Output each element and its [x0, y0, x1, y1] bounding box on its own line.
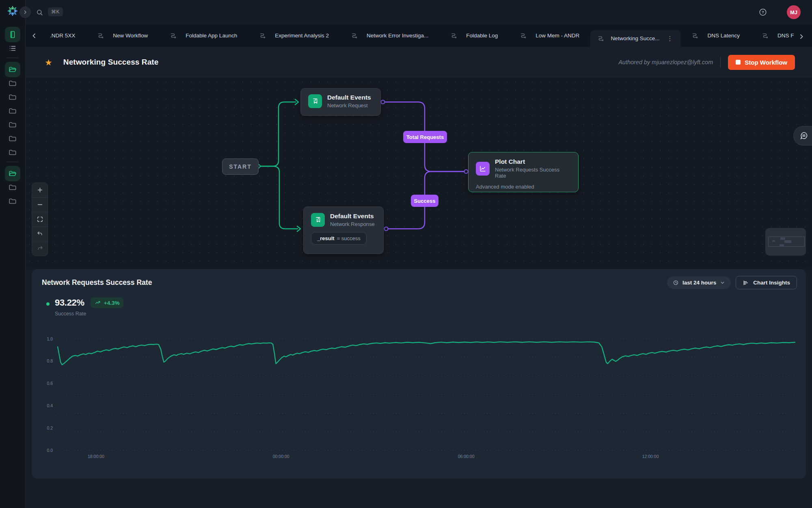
bookmark-icon [311, 213, 325, 227]
request-output-port [381, 100, 385, 104]
workflow-icon [259, 32, 266, 39]
tab-label: .NDR 5XX [50, 33, 75, 39]
node-default-events-response[interactable]: Default Events Network Response _result … [303, 206, 384, 254]
sidebar-item-folder-open-3[interactable] [5, 62, 20, 77]
tab-networking-succe[interactable]: Networking Succe...⋮ [590, 30, 680, 47]
node-default-events-request[interactable]: Default Events Network Request [300, 88, 381, 116]
tab-label: Networking Succe... [611, 35, 659, 41]
trend-up-icon [95, 300, 101, 306]
folder-icon [8, 134, 17, 143]
svg-text:0.0: 0.0 [47, 448, 53, 453]
workflow-icon [597, 35, 604, 42]
workflow-icon [520, 32, 527, 39]
avatar[interactable]: MJ [787, 5, 801, 19]
chevron-down-icon [720, 280, 725, 285]
svg-text:1.0: 1.0 [47, 336, 53, 341]
sidebar-item-folder-9[interactable] [5, 145, 20, 160]
tab-experiment-analysis-2[interactable]: Experiment Analysis 2 [248, 24, 340, 47]
tabs-scroll-left-icon[interactable] [29, 31, 39, 41]
svg-text:0.2: 0.2 [47, 426, 53, 430]
zoom-in-button[interactable] [32, 183, 48, 198]
node-subtitle: Network Request [327, 102, 371, 109]
node-title: Default Events [330, 213, 375, 220]
workflow-icon [97, 32, 104, 39]
sidebar-item-list-1[interactable] [5, 41, 20, 56]
folder-icon [8, 197, 17, 206]
folder-icon [8, 79, 17, 88]
stop-workflow-button[interactable]: Stop Workflow [728, 55, 795, 70]
undo-button[interactable] [32, 227, 48, 241]
tab-dns-latency[interactable]: DNS Latency [680, 24, 751, 47]
sidebar-item-folder-4[interactable] [5, 76, 20, 91]
tab-ndr-5xx[interactable]: .NDR 5XX [39, 24, 86, 47]
workflow-icon [170, 32, 177, 39]
sidebar-rail [0, 0, 26, 508]
tab-low-mem-andr[interactable]: Low Mem - ANDR [509, 24, 590, 47]
folder-icon [8, 93, 17, 102]
plot-input-port [464, 170, 468, 174]
workflow-icon [351, 32, 358, 39]
sidebar-item-device-0[interactable] [5, 27, 20, 42]
help-icon[interactable]: ? [758, 8, 767, 17]
tab-menu-icon[interactable]: ⋮ [666, 35, 674, 42]
stat-value: 93.22% [55, 297, 84, 308]
tab-dns-f[interactable]: DNS F [751, 24, 794, 47]
edge-label-success[interactable]: Success [411, 195, 438, 207]
node-title: Plot Chart [495, 158, 571, 165]
tab-foldable-app-launch[interactable]: Foldable App Launch [159, 24, 248, 47]
stat-label: Success Rate [55, 311, 123, 317]
delta-badge: +4.3% [91, 297, 124, 308]
rail-divider [6, 162, 19, 162]
tab-new-workflow[interactable]: New Workflow [86, 24, 159, 47]
rail-divider [6, 58, 19, 58]
sidebar-item-folder-7[interactable] [5, 117, 20, 132]
chart-line-icon [476, 162, 490, 176]
workflow-canvas[interactable]: START Default Events Network Request [25, 77, 812, 269]
bookmark-icon [308, 94, 322, 108]
chart-stats: 93.22% +4.3% Success Rate [46, 297, 123, 317]
logo[interactable] [7, 5, 18, 17]
fit-view-button[interactable] [32, 212, 48, 227]
time-range-dropdown[interactable]: last 24 hours [667, 276, 731, 289]
divider [720, 57, 721, 67]
sidebar-item-folder-13[interactable] [5, 193, 20, 209]
app-root: ⌘K ? MJ .NDR 5XXNew WorkflowFoldable App… [0, 0, 812, 508]
redo-button[interactable] [32, 241, 48, 256]
sidebar-item-folder-8[interactable] [5, 131, 20, 146]
zoom-out-button[interactable] [32, 198, 48, 212]
chat-button[interactable] [793, 126, 812, 145]
condition-chip[interactable]: _result = success [311, 232, 367, 245]
favorite-star-icon[interactable]: ★ [45, 58, 52, 67]
tab-label: Foldable App Launch [186, 33, 237, 39]
tabs-scroll-right-icon[interactable] [797, 32, 806, 41]
list-icon [8, 44, 17, 53]
node-plot-chart[interactable]: Plot Chart Network Requests Success Rate… [468, 152, 579, 192]
folder-icon [8, 106, 17, 115]
search-icon[interactable] [36, 9, 43, 16]
chart-title: Network Requests Success Rate [42, 278, 152, 287]
authored-by: Authored by mjuarezlopez@lyft.com [618, 59, 713, 65]
folder-icon [8, 148, 17, 157]
chat-bubble-icon [799, 131, 809, 141]
workflow-icon [450, 32, 457, 39]
tab-network-error-investiga[interactable]: Network Error Investiga... [340, 24, 439, 47]
sidebar-item-folder-5[interactable] [5, 89, 20, 105]
sidebar-collapse-button[interactable] [19, 7, 31, 18]
sidebar-item-folder-6[interactable] [5, 103, 20, 119]
sidebar-item-folder-open-11[interactable] [5, 166, 20, 181]
svg-text:0.8: 0.8 [47, 358, 53, 363]
tab-foldable-log[interactable]: Foldable Log [439, 24, 509, 47]
start-node[interactable]: START [222, 158, 259, 175]
svg-text:?: ? [762, 10, 764, 14]
chart-insights-button[interactable]: Chart Insights [736, 276, 797, 289]
canvas-zoom-controls [32, 182, 48, 256]
canvas-minimap[interactable] [765, 228, 806, 256]
node-subtitle: Network Requests Success Rate [495, 167, 571, 179]
stop-icon [736, 60, 741, 65]
workflow-header: ★ Networking Success Rate Authored by mj… [25, 47, 812, 78]
sidebar-item-folder-12[interactable] [5, 180, 20, 195]
edge-label-total-requests[interactable]: Total Requests [403, 131, 447, 143]
tab-label: New Workflow [113, 33, 148, 39]
workflow-icon [691, 32, 698, 39]
search-shortcut-badge: ⌘K [48, 7, 63, 16]
